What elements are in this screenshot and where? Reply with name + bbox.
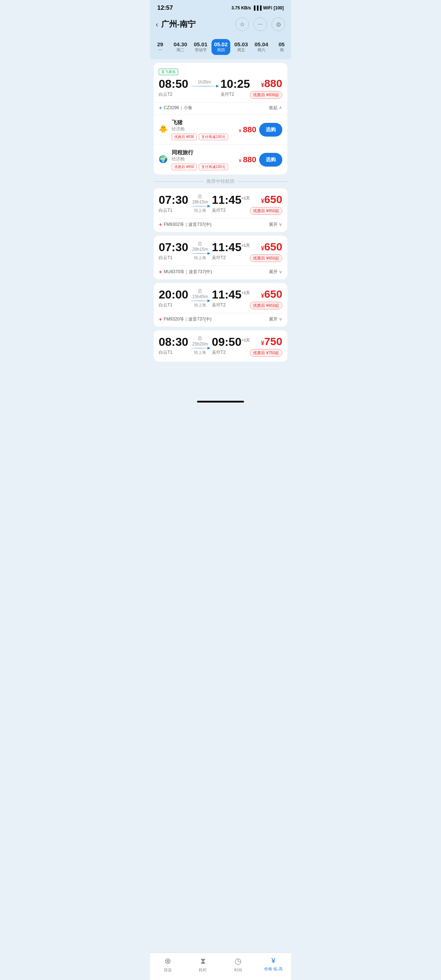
t3-airline-icon: ✈	[159, 317, 162, 322]
date-item-0501[interactable]: 05.01 劳动节	[191, 39, 210, 55]
t2-bottom: ✈ MU8370等｜波音737(中) 展开 ∨	[159, 266, 282, 279]
vendor-tag-discount-2: 优惠后 ¥850	[172, 164, 197, 170]
t3-price-value: 650	[264, 288, 282, 300]
flight-duration-info: 1h35m	[188, 77, 221, 88]
t3-arrive-airport: 吴圩T2	[212, 302, 250, 308]
vendor-name-feizhu: 飞猪	[172, 119, 236, 126]
t1-arrive-airport: 吴圩T2	[212, 207, 250, 213]
arrive-info: 10:25 吴圩T2	[221, 77, 250, 97]
content-area: 直飞最低 08:50 白云T2 1h35m 10:25 吴圩T2 ¥	[150, 59, 291, 398]
vendor-cabin-tongcheng: 经济舱	[172, 156, 236, 162]
t2-depart: 07:30 白云T1	[159, 241, 188, 261]
t1-line	[191, 206, 209, 206]
t2-middle: 总28h15m 转上海	[188, 241, 212, 261]
date-item-0504[interactable]: 05.04 周六	[252, 39, 271, 55]
date-item-05[interactable]: 05 周	[272, 39, 291, 55]
t1-airline-icon: ✈	[159, 222, 162, 227]
t3-depart: 20:00 白云T1	[159, 288, 188, 308]
t2-via: 转上海	[191, 255, 209, 261]
date-item-0430[interactable]: 04.30 周二	[171, 39, 190, 55]
t2-depart-airport: 白云T1	[159, 255, 188, 261]
t2-duration: 总28h15m	[191, 241, 209, 252]
date-item-0502[interactable]: 05.02 周四	[212, 39, 230, 55]
status-time: 12:57	[157, 4, 173, 11]
t2-discount: 优惠后 ¥650起	[250, 255, 282, 262]
transfer-row-4: 08:30 白云T1 总25h20m 转上海 09:50+1天 吴圩T2 ¥ 7…	[159, 335, 282, 357]
arrive-time: 10:25	[221, 77, 250, 91]
transfer-row-2: 07:30 白云T1 总28h15m 转上海 11:45+1天 吴圩T2 ¥ 6…	[159, 241, 282, 262]
t4-duration: 总25h20m	[191, 335, 209, 347]
transfer-card-3[interactable]: 20:00 白云T1 总15h45m 转上海 11:45+1天 吴圩T2 ¥ 6…	[154, 283, 287, 327]
t1-depart-time: 07:30	[159, 193, 188, 207]
t4-middle: 总25h20m 转上海	[188, 335, 212, 355]
direct-badge: 直飞最低	[159, 68, 178, 75]
t4-discount: 优惠后 ¥750起	[250, 349, 282, 357]
vendor-tags-tongcheng: 优惠后 ¥850 支付再减100元	[172, 164, 236, 170]
t3-bottom: ✈ FM9320等｜波音737(中) 展开 ∨	[159, 313, 282, 327]
more-button[interactable]: ···	[253, 18, 267, 31]
vendor-price-value-tongcheng: 880	[243, 155, 256, 164]
collapse-button[interactable]: 收起 ∧	[269, 105, 282, 111]
t3-airline-text: FM9320等｜波音737(中)	[164, 316, 212, 322]
t3-duration: 总15h45m	[191, 288, 209, 299]
t2-depart-time: 07:30	[159, 241, 188, 254]
t2-expand-btn[interactable]: 展开 ∨	[269, 269, 282, 275]
t1-duration: 总28h15m	[191, 193, 209, 205]
buy-button-tongcheng[interactable]: 选购	[259, 153, 282, 167]
t2-price: ¥ 650 优惠后 ¥650起	[250, 241, 282, 262]
t1-via: 转上海	[191, 208, 209, 213]
flight-row: 08:50 白云T2 1h35m 10:25 吴圩T2 ¥ 880 优惠后 ¥	[159, 77, 282, 99]
t2-airline-text: MU8370等｜波音737(中)	[164, 269, 212, 275]
t4-line	[191, 348, 209, 348]
t3-discount: 优惠后 ¥650起	[250, 302, 282, 309]
t3-depart-airport: 白云T1	[159, 302, 188, 308]
t1-depart: 07:30 白云T1	[159, 193, 188, 213]
t3-price: ¥ 650 优惠后 ¥650起	[250, 288, 282, 309]
t3-via: 转上海	[191, 302, 209, 308]
recommend-section-label: 推荐中转航班	[154, 178, 287, 185]
favorite-button[interactable]: ☆	[235, 18, 249, 31]
t4-via: 转上海	[191, 350, 209, 355]
t1-bottom: ✈ FM9302等｜波音737(中) 展开 ∨	[159, 218, 282, 232]
signal-bars-icon: ▐▐▐	[252, 5, 262, 11]
flight-price: ¥ 880 优惠后 ¥836起	[250, 77, 282, 99]
depart-time: 08:50	[159, 77, 188, 91]
t1-middle: 总28h15m 转上海	[188, 193, 212, 213]
date-item-0503[interactable]: 05.03 周五	[232, 39, 250, 55]
t2-arrive-airport: 吴圩T2	[212, 255, 250, 261]
transfer-card-2[interactable]: 07:30 白云T1 总28h15m 转上海 11:45+1天 吴圩T2 ¥ 6…	[154, 235, 287, 279]
t1-arrive-time: 11:45+1天	[212, 193, 250, 207]
back-button[interactable]: ‹	[156, 20, 158, 29]
t1-arrive: 11:45+1天 吴圩T2	[212, 193, 250, 213]
t1-airline: ✈ FM9302等｜波音737(中)	[159, 221, 212, 228]
t1-price: ¥ 650 优惠后 ¥650起	[250, 193, 282, 215]
t4-arrive: 09:50+1天 吴圩T2	[212, 335, 250, 356]
transfer-card-4[interactable]: 08:30 白云T1 总25h20m 转上海 09:50+1天 吴圩T2 ¥ 7…	[154, 330, 287, 362]
transfer-row-3: 20:00 白云T1 总15h45m 转上海 11:45+1天 吴圩T2 ¥ 6…	[159, 288, 282, 309]
t2-airline-icon: ✈	[159, 270, 162, 275]
buy-button-feizhu[interactable]: 选购	[259, 123, 282, 137]
t3-arrive: 11:45+1天 吴圩T2	[212, 288, 250, 308]
t1-expand-btn[interactable]: 展开 ∨	[269, 221, 282, 228]
transfer-row-1: 07:30 白云T1 总28h15m 转上海 11:45+1天 吴圩T2 ¥ 6…	[159, 193, 282, 215]
transfer-card-1[interactable]: 07:30 白云T1 总28h15m 转上海 11:45+1天 吴圩T2 ¥ 6…	[154, 188, 287, 232]
vendor-row-feizhu: 🐥 飞猪 经济舱 优惠后 ¥836 支付再减100元 ¥ 880 选购	[154, 115, 287, 145]
duration-label: 1h35m	[191, 80, 218, 84]
t4-price-value: 750	[264, 335, 282, 348]
t3-expand-btn[interactable]: 展开 ∨	[269, 316, 282, 322]
vendor-price-feizhu: ¥ 880	[239, 125, 256, 134]
depart-airport: 白云T2	[159, 91, 188, 97]
home-indicator	[197, 401, 244, 402]
date-item-29[interactable]: 29 一	[151, 39, 170, 55]
t2-line	[191, 253, 209, 254]
t3-middle: 总15h45m 转上海	[188, 288, 212, 308]
t1-airline-text: FM9302等｜波音737(中)	[164, 221, 212, 228]
star-icon: ☆	[240, 21, 245, 28]
t1-discount: 优惠后 ¥650起	[250, 207, 282, 215]
price-yen: ¥	[261, 82, 264, 89]
more-icon: ···	[258, 21, 263, 27]
record-button[interactable]: ⊙	[271, 18, 285, 31]
t1-price-value: 650	[264, 193, 282, 205]
flight-info-row: ✈ CZ3296｜小食 收起 ∧	[154, 102, 287, 115]
depart-info: 08:50 白云T2	[159, 77, 188, 97]
